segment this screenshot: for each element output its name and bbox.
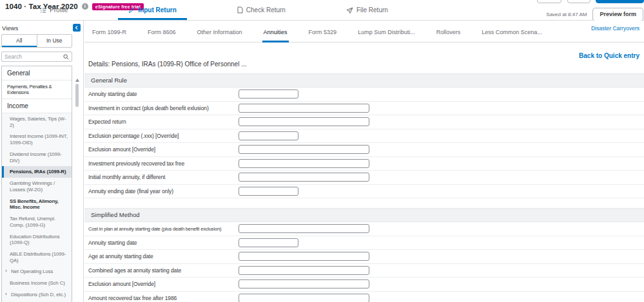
field-label: Exclusion amount [Override]: [88, 281, 239, 287]
sidebar-item-interest-income-1099-int-1099-oid[interactable]: Interest Income (1099-INT, 1099-OID): [2, 131, 72, 148]
form-tab-rollovers[interactable]: Rollovers: [435, 29, 462, 42]
search-icon: [63, 54, 69, 60]
views-label: Views: [2, 24, 18, 32]
field-row: Exclusion percentage (.xxx) [Override]: [84, 129, 644, 144]
search-input[interactable]: [5, 53, 63, 60]
sidebar: Views AllIn Use GeneralPayments, Penalti…: [0, 21, 84, 302]
field-input-investment-in-contract-plus-death-benefit-exlusion[interactable]: [239, 104, 369, 113]
sidebar-item-education-distributions-1099-q[interactable]: Education Distributions (1099-Q): [2, 231, 72, 249]
form-tabs: Form 1099-RForm 8606Other InformationAnn…: [84, 21, 644, 42]
field-row: Investment in contract (plus death benef…: [84, 102, 644, 116]
field-label: Initial monthly annuity, if different: [88, 174, 239, 180]
field-input-exclusion-percentage-xxx-override[interactable]: [239, 131, 298, 140]
field-input-annuity-ending-date-final-year-only[interactable]: [239, 187, 298, 196]
sidebar-item-dispositions-sch-d-etc[interactable]: ›Dispositions (Sch D, etc.): [2, 289, 72, 301]
nav-tab-label: File Return: [356, 6, 388, 14]
form-tab-less-common-scena[interactable]: Less Common Scena...: [480, 29, 543, 42]
nav-tab-label: Input Return: [138, 6, 176, 14]
form-tab-lump-sum-distributi[interactable]: Lump Sum Distributi...: [356, 29, 416, 42]
field-row: Annuity starting date: [84, 236, 644, 250]
form-tab-annuities[interactable]: Annuities: [262, 29, 289, 42]
field-input-amount-recovered-tax-free-after-1986[interactable]: [239, 294, 369, 302]
field-label: Age at annuity starting date: [88, 253, 239, 260]
field-row: Exclusion amount [Override]: [84, 278, 644, 292]
sidebar-search-box: [1, 52, 72, 62]
field-label: Amount recovered tax free after 1986: [88, 295, 239, 301]
field-input-initial-monthly-annuity-if-different[interactable]: [239, 173, 369, 182]
form-tab-other-information[interactable]: Other Information: [196, 29, 244, 42]
form-tab-form-1099-r[interactable]: Form 1099-R: [91, 29, 128, 42]
send-icon: [346, 7, 353, 14]
sidebar-item-label: Business Income (Sch C): [10, 280, 65, 287]
sidebar-item-label: Education Distributions (1099-Q): [10, 234, 68, 246]
nav-tab-input-return[interactable]: Input Return: [118, 6, 186, 20]
section-simplified-method: Simplified MethodCost in plan at annuity…: [84, 208, 644, 302]
field-label: Investment in contract (plus death benef…: [88, 105, 239, 111]
details-title: Details: Pensions, IRAs (1099-R) Office …: [84, 55, 644, 73]
app-window: 1040 · Tax Year 2020 i eSignature free t…: [0, 0, 644, 302]
save-status-row: Saved at 8:47 AM Preview form: [546, 8, 643, 21]
return-nav-tabs: ProfileInput ReturnCheck ReturnFile Retu…: [30, 6, 398, 20]
filter-tab-all[interactable]: All: [2, 35, 37, 47]
sidebar-item-tax-refund-unempl-comp-1099-g[interactable]: Tax Refund, Unempl. Comp. (1099-G): [2, 213, 72, 231]
top-bar: 1040 · Tax Year 2020 i eSignature free t…: [0, 0, 644, 21]
scroll-up-arrow-icon[interactable]: [75, 79, 79, 82]
cutoff-toolbar: [533, 0, 644, 5]
pencil-icon: [128, 7, 135, 14]
disaster-carryovers-link[interactable]: Disaster Carryovers: [591, 25, 639, 32]
field-row: Annuity ending date (final year only): [84, 185, 644, 199]
scrollbar-thumb[interactable]: [75, 84, 79, 107]
cutoff-button-1[interactable]: [537, 0, 561, 3]
field-input-exclusion-amount-override[interactable]: [239, 279, 369, 288]
sidebar-item-general[interactable]: General: [2, 66, 72, 80]
form-tab-form-5329[interactable]: Form 5329: [307, 29, 338, 42]
back-row: Back to Quick entry: [84, 42, 644, 55]
field-row: Amount recovered tax free after 1986: [84, 292, 644, 302]
sidebar-item-label: Dispositions (Sch D, etc.): [11, 292, 66, 298]
back-to-quick-entry-link[interactable]: Back to Quick entry: [579, 52, 639, 59]
field-input-age-at-annuity-starting-date[interactable]: [239, 252, 369, 261]
field-input-investment-previously-recovered-tax-free[interactable]: [239, 159, 369, 168]
nav-tab-label: Profile: [50, 6, 68, 14]
sidebar-item-label: Interest Income (1099-INT, 1099-OID): [10, 133, 68, 146]
field-input-expected-return[interactable]: [239, 117, 369, 126]
nav-tab-check-return[interactable]: Check Return: [227, 6, 296, 20]
field-input-exclusion-amount-override[interactable]: [239, 145, 369, 154]
sidebar-item-income[interactable]: Income: [2, 99, 72, 113]
field-input-annuity-starting-date[interactable]: [239, 90, 298, 99]
sidebar-item-business-income-sch-c[interactable]: Business Income (Sch C): [2, 278, 72, 289]
field-row: Initial monthly annuity, if different: [84, 171, 644, 185]
nav-tab-file-return[interactable]: File Return: [336, 6, 398, 20]
sidebar-item-payments-penalties-extensions[interactable]: Payments, Penalties & Extensions: [2, 80, 72, 99]
cutoff-primary-button[interactable]: [596, 0, 644, 3]
sidebar-item-wages-salaries-tips-w-2[interactable]: Wages, Salaries, Tips (W-2): [2, 113, 72, 131]
sidebar-item-label: ABLE Distributions (1099-QA): [10, 251, 68, 263]
sidebar-item-dividend-income-1099-div[interactable]: Dividend Income (1099-DIV): [2, 149, 72, 166]
sidebar-item-net-operating-loss[interactable]: ›Net Operating Loss: [2, 266, 72, 278]
field-input-cost-in-plan-at-annuity-starting-date-plus-death-benefit-exclusion[interactable]: [239, 224, 369, 233]
sidebar-item-able-distributions-1099-qa[interactable]: ABLE Distributions (1099-QA): [2, 249, 72, 266]
field-label: Cost in plan at annuity starting date (p…: [88, 226, 239, 232]
collapse-sidebar-button[interactable]: [73, 24, 81, 32]
sidebar-item-label: Net Operating Loss: [11, 269, 53, 275]
sidebar-item-gambling-winnings-losses-w-2g[interactable]: Gambling Winnings / Losses (W-2G): [2, 178, 72, 195]
profile-icon: [40, 7, 46, 14]
field-input-combined-ages-at-annuity-starting-date[interactable]: [239, 266, 369, 275]
field-label: Exclusion amount [Override]: [88, 146, 239, 153]
nav-tab-label: Check Return: [246, 6, 286, 14]
field-label: Annuity ending date (final year only): [88, 188, 239, 194]
sidebar-item-ss-benefits-alimony-misc-income[interactable]: SS Benefits, Alimony, Misc. Income: [2, 196, 72, 213]
form-tab-form-8606[interactable]: Form 8606: [146, 29, 177, 42]
filter-tab-in-use[interactable]: In Use: [37, 35, 72, 47]
field-label: Annuity starting date: [88, 91, 239, 97]
field-input-annuity-starting-date[interactable]: [239, 238, 298, 247]
sidebar-item-label: Tax Refund, Unempl. Comp. (1099-G): [10, 216, 68, 228]
field-label: Expected return: [88, 118, 239, 125]
field-sections: General RuleAnnuity starting dateInvestm…: [84, 73, 644, 302]
sidebar-item-pensions-iras-1099-r[interactable]: Pensions, IRAs (1099-R): [2, 166, 72, 178]
cutoff-button-2[interactable]: [567, 0, 590, 3]
field-row: Exclusion amount [Override]: [84, 143, 644, 157]
nav-tab-profile[interactable]: Profile: [30, 6, 78, 20]
preview-form-button[interactable]: Preview form: [592, 8, 643, 21]
sidebar-item-label: SS Benefits, Alimony, Misc. Income: [10, 198, 68, 211]
